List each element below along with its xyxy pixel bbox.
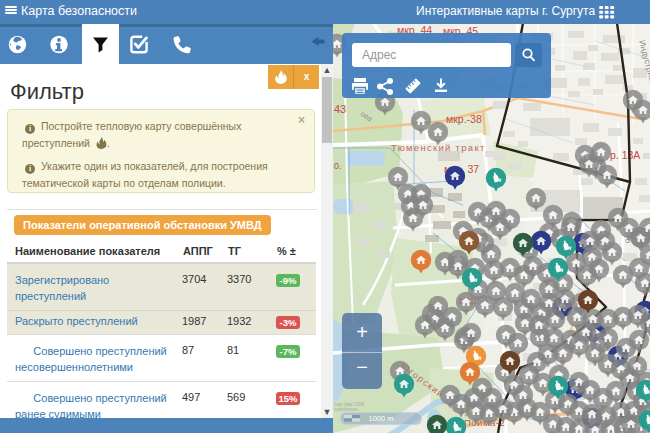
svg-text:43: 43 (334, 103, 346, 115)
svg-text:р. 13А: р. 13А (610, 149, 640, 161)
svg-text:0.: 0. (334, 161, 342, 171)
svg-text:мкр.-38: мкр.-38 (446, 113, 482, 125)
